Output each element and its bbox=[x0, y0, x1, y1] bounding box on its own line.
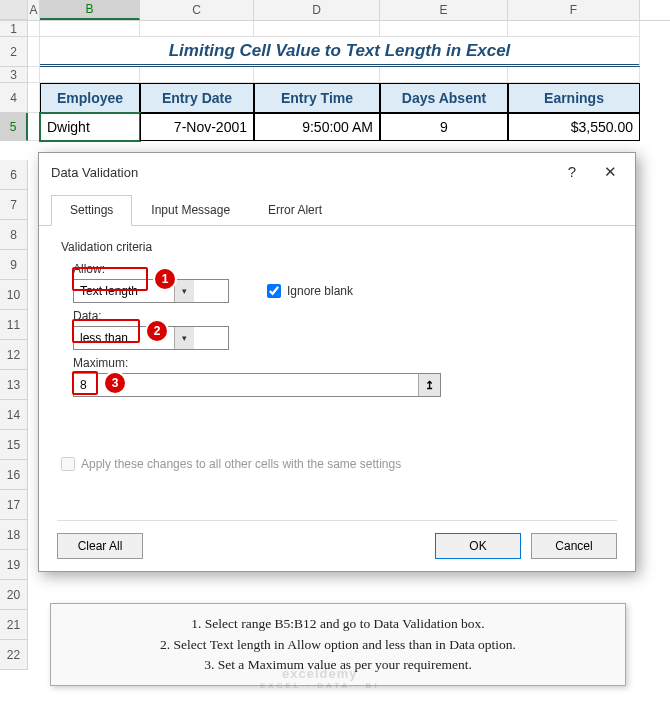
badge-2: 2 bbox=[147, 321, 167, 341]
row-header-13[interactable]: 13 bbox=[0, 370, 28, 400]
row-header-22[interactable]: 22 bbox=[0, 640, 28, 670]
cell-c5[interactable]: 7-Nov-2001 bbox=[140, 113, 254, 141]
page-title: Limiting Cell Value to Text Length in Ex… bbox=[40, 37, 640, 67]
th-time: Entry Time bbox=[254, 83, 380, 113]
criteria-label: Validation criteria bbox=[61, 240, 613, 254]
data-validation-dialog: Data Validation ? ✕ Settings Input Messa… bbox=[38, 152, 636, 572]
cell-d5[interactable]: 9:50:00 AM bbox=[254, 113, 380, 141]
col-header-c[interactable]: C bbox=[140, 0, 254, 20]
row-header-4[interactable]: 4 bbox=[0, 83, 28, 113]
row-header-18[interactable]: 18 bbox=[0, 520, 28, 550]
cell-e5[interactable]: 9 bbox=[380, 113, 508, 141]
instruction-line-1: 1. Select range B5:B12 and go to Data Va… bbox=[65, 614, 611, 634]
row-header-3[interactable]: 3 bbox=[0, 67, 28, 83]
row-header-5[interactable]: 5 bbox=[0, 113, 28, 141]
row-header-8[interactable]: 8 bbox=[0, 220, 28, 250]
dialog-title: Data Validation bbox=[51, 165, 138, 180]
tab-settings[interactable]: Settings bbox=[51, 195, 132, 226]
watermark: exceldemy EXCEL · DATA · BI bbox=[260, 666, 380, 690]
row-header-17[interactable]: 17 bbox=[0, 490, 28, 520]
chevron-down-icon[interactable]: ▾ bbox=[174, 327, 194, 349]
spreadsheet: A B C D E F 1 2Limiting Cell Value to Te… bbox=[0, 0, 670, 141]
row-header-6[interactable]: 6 bbox=[0, 160, 28, 190]
badge-3: 3 bbox=[105, 373, 125, 393]
max-label: Maximum: bbox=[73, 356, 613, 370]
row-header-19[interactable]: 19 bbox=[0, 550, 28, 580]
row-header-9[interactable]: 9 bbox=[0, 250, 28, 280]
ignore-blank-checkbox[interactable] bbox=[267, 284, 281, 298]
select-all-corner[interactable] bbox=[0, 0, 28, 20]
ok-button[interactable]: OK bbox=[435, 533, 521, 559]
th-earnings: Earnings bbox=[508, 83, 640, 113]
row-header-2[interactable]: 2 bbox=[0, 37, 28, 67]
row-header-20[interactable]: 20 bbox=[0, 580, 28, 610]
row-header-15[interactable]: 15 bbox=[0, 430, 28, 460]
col-header-e[interactable]: E bbox=[380, 0, 508, 20]
badge-1: 1 bbox=[155, 269, 175, 289]
max-input[interactable] bbox=[74, 374, 418, 396]
col-header-b[interactable]: B bbox=[40, 0, 140, 20]
clear-all-button[interactable]: Clear All bbox=[57, 533, 143, 559]
allow-label: Allow: bbox=[73, 262, 613, 276]
range-picker-icon[interactable]: ↥ bbox=[418, 374, 440, 396]
row-header-14[interactable]: 14 bbox=[0, 400, 28, 430]
ignore-blank-label: Ignore blank bbox=[287, 284, 353, 298]
row-header-10[interactable]: 10 bbox=[0, 280, 28, 310]
close-button[interactable]: ✕ bbox=[598, 161, 623, 183]
cancel-button[interactable]: Cancel bbox=[531, 533, 617, 559]
row-header-21[interactable]: 21 bbox=[0, 610, 28, 640]
instruction-line-2: 2. Select Text length in Allow option an… bbox=[65, 635, 611, 655]
row-header-11[interactable]: 11 bbox=[0, 310, 28, 340]
tab-input-message[interactable]: Input Message bbox=[132, 195, 249, 225]
row-header-1[interactable]: 1 bbox=[0, 21, 28, 37]
help-button[interactable]: ? bbox=[562, 161, 582, 183]
row-header-12[interactable]: 12 bbox=[0, 340, 28, 370]
row-header-16[interactable]: 16 bbox=[0, 460, 28, 490]
apply-all-label: Apply these changes to all other cells w… bbox=[81, 457, 401, 471]
th-date: Entry Date bbox=[140, 83, 254, 113]
row-header-7[interactable]: 7 bbox=[0, 190, 28, 220]
col-header-d[interactable]: D bbox=[254, 0, 380, 20]
th-employee: Employee bbox=[40, 83, 140, 113]
tab-error-alert[interactable]: Error Alert bbox=[249, 195, 341, 225]
col-header-f[interactable]: F bbox=[508, 0, 640, 20]
chevron-down-icon[interactable]: ▾ bbox=[174, 280, 194, 302]
allow-combo[interactable]: ▾ bbox=[73, 279, 229, 303]
cell-b5[interactable]: Dwight bbox=[40, 113, 140, 141]
apply-all-checkbox bbox=[61, 457, 75, 471]
col-header-a[interactable]: A bbox=[28, 0, 40, 20]
th-days: Days Absent bbox=[380, 83, 508, 113]
cell-f5[interactable]: $3,550.00 bbox=[508, 113, 640, 141]
